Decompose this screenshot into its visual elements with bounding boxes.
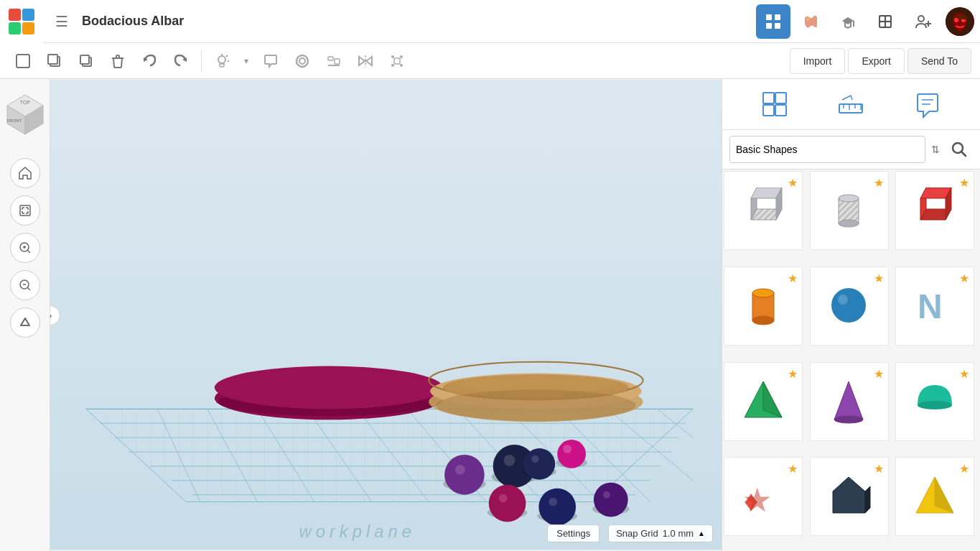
canvas-area[interactable]: workplane — [50, 79, 722, 551]
svg-point-88 — [436, 389, 636, 421]
star-icon: ★ — [788, 367, 798, 381]
group-button[interactable] — [383, 47, 411, 75]
shape-item-text[interactable]: ★ N — [895, 267, 974, 346]
new-shape-button[interactable] — [9, 47, 37, 75]
svg-point-29 — [299, 58, 305, 64]
user-avatar[interactable] — [946, 7, 974, 36]
svg-point-38 — [391, 64, 394, 67]
undo-button[interactable] — [135, 47, 164, 75]
svg-text:N: N — [918, 287, 943, 325]
fit-view-button[interactable] — [10, 195, 40, 226]
star-icon: ★ — [874, 462, 884, 476]
shape-item-cylinder-hole[interactable]: ★ — [810, 171, 889, 250]
ruler-tab-button[interactable] — [833, 86, 869, 122]
snap-grid-up[interactable]: ▲ — [698, 529, 705, 537]
logo-k — [22, 22, 34, 34]
svg-point-109 — [531, 455, 538, 463]
svg-rect-1 — [775, 14, 780, 20]
grid-view-button[interactable] — [756, 4, 790, 39]
snap-grid: Snap Grid 1.0 mm ▲ — [608, 524, 713, 542]
svg-line-122 — [961, 152, 966, 156]
svg-marker-152 — [865, 486, 870, 513]
svg-point-28 — [297, 55, 308, 67]
import-button[interactable]: Import — [790, 48, 846, 74]
shape-item-r1[interactable]: ★ ♦ ★ — [724, 457, 803, 536]
svg-line-26 — [226, 55, 228, 57]
shapes-dropdown[interactable]: Basic Shapes Letters Math Animals Buildi… — [729, 136, 925, 163]
export-button[interactable]: Export — [848, 48, 904, 74]
svg-point-141 — [831, 288, 866, 323]
shape-item-cylinder[interactable]: ★ — [724, 267, 803, 346]
zoom-in-button[interactable] — [10, 233, 40, 263]
text-visual: N — [910, 281, 960, 331]
svg-rect-8 — [886, 17, 890, 21]
tinker-button[interactable] — [868, 4, 902, 39]
duplicate-button[interactable] — [72, 47, 101, 75]
align-button[interactable] — [319, 47, 348, 75]
svg-rect-110 — [763, 93, 774, 103]
star-icon: ★ — [874, 272, 884, 285]
settings-button[interactable]: Settings — [547, 524, 599, 542]
b1-visual — [824, 471, 874, 522]
tinkercad-logo[interactable] — [0, 0, 43, 43]
svg-line-57 — [25, 318, 29, 325]
copy-button[interactable] — [40, 47, 69, 75]
svg-point-37 — [400, 55, 403, 58]
shape-item-b1[interactable]: ★ — [810, 457, 889, 536]
shape-item-pyramid[interactable]: ★ — [724, 362, 803, 441]
shape-item-sphere[interactable]: ★ — [810, 267, 889, 346]
mirror-button[interactable] — [351, 47, 380, 75]
svg-point-96 — [444, 455, 485, 495]
add-person-button[interactable] — [905, 4, 940, 39]
svg-point-94 — [563, 445, 571, 453]
logo-t — [9, 9, 21, 21]
svg-point-91 — [504, 455, 515, 466]
light-button[interactable] — [207, 47, 236, 75]
pyramid-visual — [738, 376, 788, 427]
gallery-button[interactable] — [793, 4, 828, 39]
shape-item-y1[interactable]: ★ — [895, 457, 974, 536]
notes-tab-button[interactable] — [910, 86, 946, 122]
svg-rect-21 — [80, 55, 89, 64]
svg-point-81 — [215, 366, 443, 409]
comment-button[interactable] — [256, 47, 285, 75]
right-panel: Basic Shapes Letters Math Animals Buildi… — [722, 79, 980, 551]
search-button[interactable] — [946, 136, 973, 163]
shape-item-red-box[interactable]: ★ — [895, 171, 974, 250]
shape-item-half-sphere[interactable]: ★ — [895, 362, 974, 441]
svg-line-53 — [27, 287, 30, 290]
redo-button[interactable] — [167, 47, 195, 75]
star-icon: ★ — [874, 176, 884, 190]
view-cube[interactable]: TOP FRONT — [0, 88, 54, 145]
svg-line-56 — [21, 318, 25, 325]
cylinder-hole-visual — [824, 185, 874, 236]
send-to-button[interactable]: Send To — [907, 48, 971, 74]
svg-point-148 — [918, 401, 952, 409]
svg-point-15 — [954, 18, 958, 22]
menu-button[interactable]: ☰ — [47, 7, 76, 36]
svg-point-142 — [838, 295, 848, 305]
svg-point-140 — [752, 316, 774, 325]
shape-item-box-hole[interactable]: ★ — [724, 171, 803, 250]
circle-ring-button[interactable] — [288, 47, 317, 75]
shape-item-cone[interactable]: ★ — [810, 362, 889, 441]
home-view-button[interactable] — [10, 158, 40, 188]
learn-button[interactable] — [831, 4, 865, 39]
svg-rect-112 — [763, 105, 774, 116]
zoom-out-button[interactable] — [10, 270, 40, 300]
svg-rect-17 — [17, 55, 29, 68]
svg-point-24 — [218, 56, 225, 63]
svg-point-106 — [603, 491, 610, 499]
svg-rect-10 — [886, 22, 890, 27]
shapes-selector: Basic Shapes Letters Math Animals Buildi… — [722, 130, 980, 170]
cone-visual — [824, 376, 874, 427]
svg-text:★: ★ — [744, 485, 770, 517]
grid-tab-button[interactable] — [757, 86, 793, 122]
snap-grid-value: 1.0 mm — [663, 528, 694, 539]
perspective-button[interactable] — [10, 307, 40, 338]
svg-point-36 — [391, 55, 394, 58]
dropdown-arrow-button[interactable]: ▾ — [239, 47, 253, 75]
delete-button[interactable] — [103, 47, 132, 75]
cylinder-visual — [738, 281, 788, 331]
svg-point-105 — [594, 483, 628, 517]
